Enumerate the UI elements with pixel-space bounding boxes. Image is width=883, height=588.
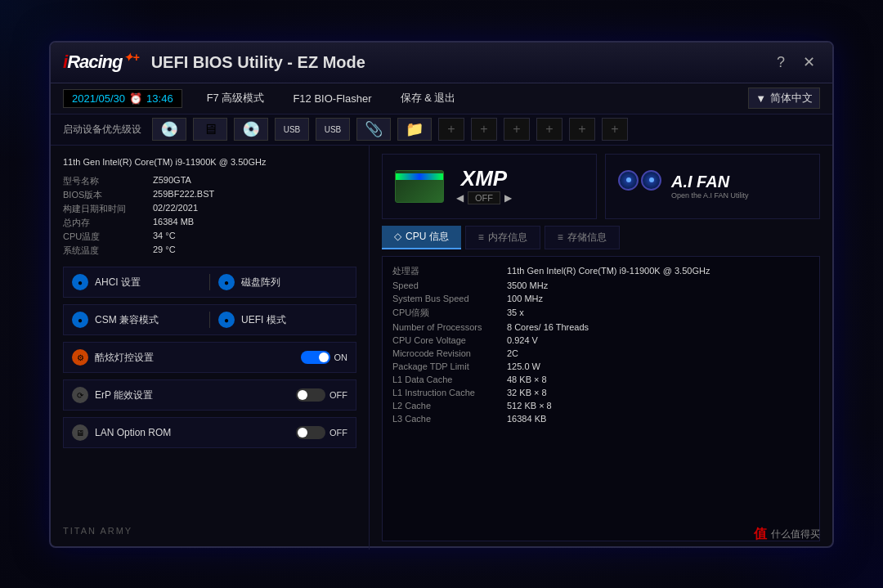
sys-label-date: 构建日期和时间 [63, 203, 153, 215]
xmp-prev-button[interactable]: ◀ [456, 192, 464, 204]
table-row: CPU Core Voltage 0.924 V [392, 334, 809, 347]
footer-brand: TITAN ARMY [63, 526, 132, 543]
title-controls: ? ✕ [772, 52, 820, 73]
boot-add-3[interactable]: + [504, 118, 530, 141]
boot-device-4[interactable]: USB [275, 118, 309, 141]
cpu-value-voltage: 0.924 V [507, 334, 809, 347]
bios-window: iRacing✦+ UEFI BIOS Utility - EZ Mode ? … [49, 41, 834, 548]
cpu-label-multi: CPU倍频 [392, 305, 507, 321]
fan-icon [618, 170, 663, 203]
xmp-controls: ◀ OFF ▶ [456, 191, 512, 204]
table-row: L1 Data Cache 48 KB × 8 [392, 373, 809, 386]
cpu-info-content: 处理器 11th Gen Intel(R) Core(TM) i9-11900K… [382, 256, 820, 541]
boot-device-7[interactable]: 📁 [397, 118, 432, 141]
f12-button[interactable]: F12 BIO-Flasher [289, 91, 375, 106]
dropdown-icon: ▼ [755, 92, 766, 105]
table-row: Package TDP Limit 125.0 W [392, 360, 809, 373]
cpu-label-l2: L2 Cache [392, 399, 507, 412]
boot-add-6[interactable]: + [602, 118, 628, 141]
sys-table: 型号名称 Z590GTA BIOS版本 259BF222.BST 构建日期和时间… [63, 175, 356, 257]
fan-center-1 [626, 177, 631, 182]
boot-device-5[interactable]: USB [316, 118, 350, 141]
sys-value-date: 02/22/2021 [153, 203, 198, 215]
cpu-value-tdp: 125.0 W [507, 360, 809, 373]
lights-label: 酷炫灯控设置 [95, 351, 301, 365]
boot-device-3[interactable]: 💿 [234, 118, 268, 141]
table-row: L2 Cache 512 KB × 8 [392, 399, 809, 412]
cpu-value-l1inst: 32 KB × 8 [507, 386, 809, 399]
ahci-setting[interactable]: ● AHCI 设置 ● 磁盘阵列 [63, 267, 356, 298]
lights-toggle-thumb [319, 352, 329, 362]
csm-label: CSM 兼容模式 [95, 313, 201, 327]
storage-tab-label: 存储信息 [567, 231, 607, 245]
main-content: 11th Gen Intel(R) Core(TM) i9-11900K @ 3… [51, 146, 832, 550]
sys-value-cpuTemp: 34 °C [153, 231, 176, 243]
close-button[interactable]: ✕ [798, 52, 820, 73]
cpu-value-l3: 16384 KB [507, 412, 809, 425]
aifan-box[interactable]: A.I FAN Open the A.I FAN Utility [605, 154, 820, 219]
sys-value-model: Z590GTA [153, 175, 191, 187]
cpu-label-voltage: CPU Core Voltage [392, 334, 507, 347]
erp-toggle[interactable]: OFF [296, 388, 347, 402]
fan-circle-1 [618, 170, 639, 191]
tab-cpu[interactable]: ◇ CPU 信息 [382, 226, 461, 249]
boot-add-2[interactable]: + [471, 118, 497, 141]
xmp-next-button[interactable]: ▶ [504, 192, 512, 204]
setting-divider-ahci [209, 274, 210, 290]
cpu-value-l1data: 48 KB × 8 [507, 373, 809, 386]
help-button[interactable]: ? [772, 52, 790, 73]
sys-label-sysTemp: 系统温度 [63, 245, 153, 257]
mem-tab-label: 内存信息 [488, 231, 527, 245]
sys-value-mem: 16384 MB [153, 217, 194, 229]
cpu-name: 11th Gen Intel(R) Core(TM) i9-11900K @ 3… [63, 155, 356, 169]
cpu-value-busSpeed: 100 MHz [507, 292, 809, 305]
sys-row-model: 型号名称 Z590GTA [63, 175, 356, 187]
sys-row-sysTemp: 系统温度 29 °C [63, 245, 356, 257]
cpu-label-processor: 处理器 [392, 263, 507, 279]
boot-priority-bar: 启动设备优先级设 💿 🖥 💿 USB USB 📎 📁 + + + + + + [51, 114, 832, 146]
cpu-value-l2: 512 KB × 8 [507, 399, 809, 412]
erp-icon: ⟳ [72, 387, 88, 403]
boot-device-1[interactable]: 💿 [152, 118, 186, 141]
tab-memory[interactable]: ≡ 内存信息 [465, 226, 540, 249]
lan-toggle-label: OFF [329, 428, 347, 438]
storage-tab-icon: ≡ [558, 231, 563, 243]
csm-option: UEFI 模式 [241, 313, 347, 327]
table-row: 处理器 11th Gen Intel(R) Core(TM) i9-11900K… [392, 263, 809, 279]
bios-title: UEFI BIOS Utility - EZ Mode [151, 53, 772, 72]
cpu-label-l1inst: L1 Instruction Cache [392, 386, 507, 399]
lang-label: 简体中文 [770, 91, 813, 105]
boot-add-1[interactable]: + [438, 118, 464, 141]
sys-row-mem: 总内存 16384 MB [63, 217, 356, 229]
cpu-info-table: 处理器 11th Gen Intel(R) Core(TM) i9-11900K… [392, 263, 809, 425]
lan-setting[interactable]: 🖥 LAN Option ROM OFF [63, 417, 356, 448]
language-selector[interactable]: ▼ 简体中文 [748, 88, 820, 109]
f7-button[interactable]: F7 高级模式 [203, 89, 269, 107]
tab-storage[interactable]: ≡ 存储信息 [545, 226, 620, 249]
erp-toggle-track [296, 388, 325, 402]
footer: TITAN ARMY 值 什么值得买 [51, 523, 832, 546]
boot-add-4[interactable]: + [536, 118, 563, 141]
cpu-label-speed: Speed [392, 279, 507, 292]
erp-toggle-label: OFF [329, 390, 347, 400]
boot-device-6[interactable]: 📎 [356, 118, 391, 141]
lights-setting[interactable]: ⚙ 酷炫灯控设置 ON [63, 342, 356, 373]
brand-text: iRacing✦+ [63, 51, 139, 73]
lan-icon: 🖥 [72, 424, 88, 441]
cpu-label-numProc: Number of Processors [392, 321, 507, 334]
boot-device-2[interactable]: 🖥 [193, 118, 227, 141]
cpu-tab-label: CPU 信息 [406, 230, 449, 244]
save-button[interactable]: 保存 & 退出 [397, 89, 460, 107]
boot-add-5[interactable]: + [569, 118, 595, 141]
lan-label: LAN Option ROM [95, 427, 296, 438]
ahci-icon: ● [72, 274, 88, 290]
cpu-label-microcode: Microcode Revision [392, 347, 507, 360]
csm-setting[interactable]: ● CSM 兼容模式 ● UEFI 模式 [63, 304, 356, 335]
title-bar: iRacing✦+ UEFI BIOS Utility - EZ Mode ? … [51, 43, 832, 83]
lan-toggle[interactable]: OFF [296, 426, 347, 439]
erp-setting[interactable]: ⟳ ErP 能效设置 OFF [63, 379, 356, 411]
cpu-value-processor: 11th Gen Intel(R) Core(TM) i9-11900K @ 3… [507, 263, 809, 279]
right-panel: XMP ◀ OFF ▶ [370, 146, 832, 550]
lights-toggle[interactable]: ON [301, 351, 348, 364]
date-display: 2021/05/30 [72, 92, 125, 105]
